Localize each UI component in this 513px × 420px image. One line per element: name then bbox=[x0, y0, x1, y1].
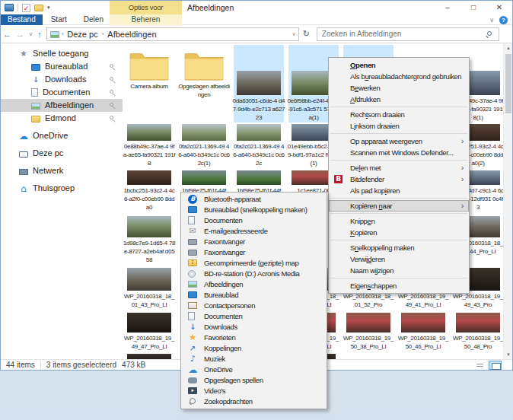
file-tile[interactable]: 0e88b49c-37ae-4 9fa-ae65-fa90321 191f8 bbox=[124, 123, 174, 167]
address-dropdown-icon[interactable]: ∨ bbox=[292, 31, 296, 37]
tab-beheren[interactable]: Beheren bbox=[110, 14, 182, 25]
desktop-icon bbox=[188, 206, 197, 213]
scroll-down-icon[interactable]: ▼ bbox=[504, 350, 513, 359]
context-menu-item-als-bureaubladachtergrond-gebrui[interactable]: Als bureaubladachtergrond gebruiken bbox=[329, 71, 469, 82]
folder-tile[interactable]: Opgeslagen afbeeldingen bbox=[179, 45, 229, 123]
context-menu-item-naam-wijzigen[interactable]: Naam wijzigen bbox=[329, 265, 469, 276]
copy-to-item-contactpersonen[interactable]: Contactpersonen bbox=[181, 301, 327, 311]
file-tile[interactable]: WP_20160318_19_ 49_47_Pro_LI bbox=[124, 311, 174, 351]
context-menu-item-bitdefender[interactable]: BBitdefender› bbox=[329, 173, 469, 185]
copy-to-item-zoekopdrachten[interactable]: Zoekopdrachten bbox=[181, 396, 327, 407]
file-tile[interactable]: WP_20160318_19_ 50_38_Pro_LI bbox=[343, 311, 394, 351]
help-icon[interactable]: ? bbox=[499, 16, 508, 24]
copy-to-item-bureaublad-snelkoppeling-maken[interactable]: Bureaublad (snelkoppeling maken) bbox=[181, 205, 327, 215]
context-menu-item-kopi-ren[interactable]: Kopiëren bbox=[329, 227, 469, 238]
forward-button[interactable]: → bbox=[14, 30, 27, 39]
context-menu-item-rechtsom-draaien[interactable]: Rechtsom draaien bbox=[329, 109, 469, 120]
menu-separator bbox=[330, 198, 467, 199]
scroll-up-icon[interactable]: ▲ bbox=[504, 43, 513, 52]
sidebar-item-deze-pc[interactable]: Deze pc bbox=[1, 147, 123, 160]
qat-dropdown-icon[interactable]: ▾ bbox=[47, 5, 50, 11]
context-menu-item-op-apparaat-weergeven[interactable]: Op apparaat weergeven› bbox=[329, 135, 469, 147]
file-tile[interactable]: 1bcbc251-93c2-4 4c6-a2f0-c00eb90 8dda0 bbox=[124, 169, 174, 212]
copy-to-item-video-s[interactable]: ▸Video's bbox=[181, 386, 327, 396]
title-bar: ✓ ▾ Opties voor afbeeldingen Afbeeldinge… bbox=[1, 1, 512, 14]
copy-to-item-faxontvanger[interactable]: Faxontvanger bbox=[181, 247, 327, 258]
address-input[interactable]: ›Deze pc›Afbeeldingen ∨ bbox=[46, 27, 299, 41]
file-tile[interactable]: WP_20160318_19_ 50_46_Pro_LI bbox=[398, 311, 448, 351]
folder-tile[interactable]: Camera-album bbox=[124, 45, 174, 123]
context-menu-item-bewerken[interactable]: Bewerken bbox=[329, 82, 469, 94]
file-tile[interactable]: WP_20160318_18_ 01_43_Pro_LI bbox=[124, 266, 174, 309]
vertical-scrollbar[interactable]: ▲ ▼ bbox=[503, 43, 512, 359]
file-tile[interactable] bbox=[124, 352, 174, 359]
copy-to-item-favorieten[interactable]: ★Favorieten bbox=[181, 332, 327, 343]
context-menu-item-kopi-ren-naar[interactable]: Kopiëren naar› bbox=[329, 200, 469, 212]
file-tile[interactable]: 1d98c7e9-1d65-4 78e-8727-a2eb4af d0558 bbox=[124, 215, 174, 263]
file-tile[interactable]: 0fa2c021-1369-49 46-a640-b349c1c 0c62c bbox=[234, 123, 284, 167]
minimize-button[interactable]: – bbox=[435, 1, 460, 14]
copy-to-item-e-mailgeadresseerde[interactable]: ✉E-mailgeadresseerde bbox=[181, 226, 327, 237]
context-menu-item-snelkoppeling-maken[interactable]: Snelkoppeling maken bbox=[329, 242, 469, 253]
context-menu-item-linksom-draaien[interactable]: Linksom draaien bbox=[329, 120, 469, 132]
context-menu-item-scannen-met-windows-defender[interactable]: Scannen met Windows Defender... bbox=[329, 147, 469, 158]
file-tile[interactable]: 0da63051-c6de-4 d47-9d4b-e2c713 a62723 bbox=[234, 45, 284, 123]
recent-locations-dropdown-icon[interactable]: ∨ bbox=[27, 31, 35, 37]
file-name: WP_20160318_19_ 49_41_Pro_LI bbox=[397, 292, 450, 309]
context-menu-item-knippen[interactable]: Knippen bbox=[329, 215, 469, 227]
copy-to-item-bd-re-station-d-acronis-media[interactable]: BD-re-station (D:) Acronis Media bbox=[181, 269, 327, 279]
search-input[interactable] bbox=[317, 28, 499, 40]
search-icon[interactable] bbox=[487, 31, 492, 36]
menu-separator bbox=[330, 107, 467, 107]
close-button[interactable]: ✕ bbox=[486, 1, 512, 14]
sidebar-item-downloads[interactable]: ↓Downloads bbox=[1, 73, 123, 86]
context-menu-item-eigenschappen[interactable]: Eigenschappen bbox=[329, 280, 469, 291]
ribbon-tab-delen[interactable]: Delen bbox=[75, 14, 112, 25]
context-menu-item-afdrukken[interactable]: Afdrukken bbox=[329, 94, 469, 105]
scrollbar-thumb[interactable] bbox=[505, 54, 511, 113]
sidebar-item-thuisgroep[interactable]: ⌂Thuisgroep bbox=[1, 182, 123, 195]
back-button[interactable]: ← bbox=[1, 30, 14, 39]
navigation-pane: ★Snelle toegangBureaublad↓DownloadsDocum… bbox=[1, 43, 123, 359]
copy-to-item-afbeeldingen[interactable]: Afbeeldingen bbox=[181, 279, 327, 290]
copy-to-item-bureaublad[interactable]: Bureaublad bbox=[181, 290, 327, 301]
checkmark-icon[interactable]: ✓ bbox=[22, 4, 30, 12]
divider bbox=[18, 4, 18, 11]
sidebar-item-afbeeldingen[interactable]: Afbeeldingen bbox=[1, 99, 123, 112]
refresh-icon[interactable]: ↻ bbox=[299, 29, 314, 39]
sidebar-item-documenten[interactable]: Documenten bbox=[1, 86, 123, 99]
breadcrumb-deze-pc[interactable]: Deze pc bbox=[65, 30, 99, 39]
context-menu-item-als-pad-kopi-ren[interactable]: Als pad kopiëren bbox=[329, 185, 469, 196]
sidebar-item-bureaublad[interactable]: Bureaublad bbox=[1, 60, 123, 73]
up-button[interactable]: ↑ bbox=[35, 30, 44, 39]
file-tile[interactable]: 0fa2c021-1369-49 46-a640-b349c1c 0c62c(1… bbox=[179, 123, 229, 167]
collapse-ribbon-icon[interactable]: ∨ bbox=[489, 17, 494, 24]
context-menu-item-openen[interactable]: Openen bbox=[329, 59, 469, 71]
bitdefender-icon: B bbox=[334, 175, 343, 183]
context-menu-item-verwijderen[interactable]: Verwijderen bbox=[329, 253, 469, 265]
copy-to-item-koppelingen[interactable]: →Koppelingen bbox=[181, 343, 327, 354]
file-tile[interactable]: WP_20160318_19_ 50_48_Pro bbox=[453, 311, 503, 351]
sidebar-item-edmond[interactable]: Edmond bbox=[1, 112, 123, 125]
ribbon-tab-bestand[interactable]: Bestand bbox=[1, 14, 43, 25]
breadcrumb-afbeeldingen[interactable]: Afbeeldingen bbox=[106, 30, 158, 39]
maximize-button[interactable]: □ bbox=[460, 1, 486, 14]
sidebar-item-snelle-toegang[interactable]: ★Snelle toegang bbox=[1, 47, 123, 60]
ribbon-tab-start[interactable]: Start bbox=[43, 14, 75, 25]
sidebar-item-onedrive[interactable]: ☁OneDrive bbox=[1, 129, 123, 142]
context-menu-item-delen-met[interactable]: Delen met› bbox=[329, 162, 469, 173]
copy-to-item-documenten[interactable]: Documenten bbox=[181, 311, 327, 322]
copy-to-item-opgeslagen-spellen[interactable]: Opgeslagen spellen bbox=[181, 375, 327, 386]
folder-icon[interactable] bbox=[34, 5, 43, 11]
copy-to-item-documenten[interactable]: Documenten bbox=[181, 215, 327, 226]
copy-to-item-onedrive[interactable]: ☁OneDrive bbox=[181, 364, 327, 375]
sidebar-item-netwerk[interactable]: Netwerk bbox=[1, 164, 123, 177]
details-view-icon[interactable] bbox=[473, 361, 486, 370]
copy-to-item-faxontvanger[interactable]: Faxontvanger bbox=[181, 237, 327, 247]
sidebar-item-label: OneDrive bbox=[33, 129, 68, 142]
copy-to-item-bluetooth-apparaat[interactable]: BBluetooth-apparaat bbox=[181, 194, 327, 205]
thumbnails-view-icon[interactable] bbox=[489, 361, 502, 370]
copy-to-item-gecomprimeerde-gezipte-map[interactable]: Gecomprimeerde (gezipte) map bbox=[181, 258, 327, 269]
copy-to-item-downloads[interactable]: ↓Downloads bbox=[181, 322, 327, 332]
copy-to-item-muziek[interactable]: ♪Muziek bbox=[181, 354, 327, 364]
